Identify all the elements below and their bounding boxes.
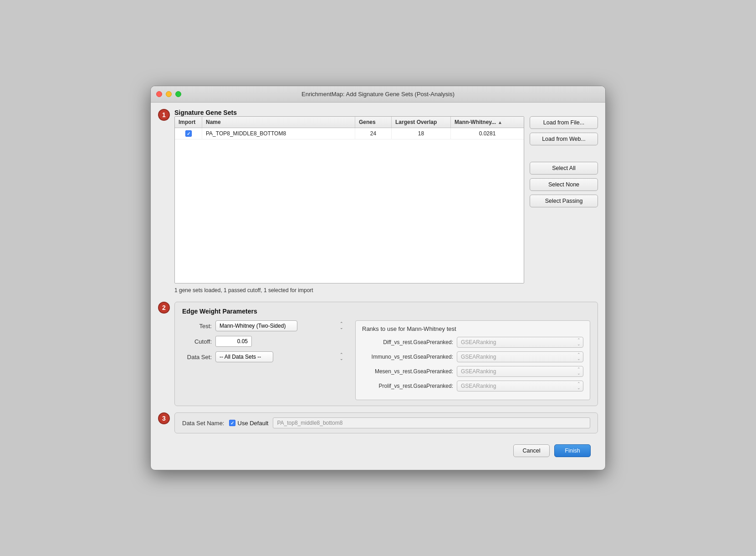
table-row: PA_TOP8_MIDDLE8_BOTTOM8 24 18 0.0281	[175, 128, 524, 139]
row-mw-cell: 0.0281	[451, 128, 524, 139]
step1-circle: 1	[158, 109, 170, 121]
cutoff-label: Cutoff:	[182, 338, 212, 345]
window-title: EnrichmentMap: Add Signature Gene Sets (…	[301, 91, 455, 98]
rank-select-wrapper-1: GSEARanking	[457, 351, 583, 362]
section1-title: Signature Gene Sets	[174, 109, 598, 116]
row-overlap-cell: 18	[392, 128, 451, 139]
section3-content: Data Set Name: Use Default	[174, 412, 598, 439]
status-text: 1 gene sets loaded, 1 passed cutoff, 1 s…	[174, 287, 598, 293]
table-header: Import Name Genes Largest Overlap Mann-W…	[175, 117, 524, 128]
minimize-button[interactable]	[166, 91, 172, 97]
rank-select-wrapper-3: GSEARanking	[457, 381, 583, 391]
maximize-button[interactable]	[175, 91, 181, 97]
table-body: PA_TOP8_MIDDLE8_BOTTOM8 24 18 0.0281	[175, 128, 524, 283]
step3-circle: 3	[158, 412, 170, 424]
titlebar: EnrichmentMap: Add Signature Gene Sets (…	[151, 86, 605, 103]
rank-label-3: Prolif_vs_rest.GseaPreranked:	[362, 383, 453, 389]
edge-left-panel: Test: Mann-Whitney (Two-Sided) Cutoff:	[182, 320, 346, 400]
dataset-row: Data Set: -- All Data Sets --	[182, 351, 346, 362]
rank-row-1: Immuno_vs_rest.GseaPreranked: GSEARankin…	[362, 351, 583, 362]
edge-weight-box: Edge Weight Parameters Test: Mann-Whitne…	[174, 302, 598, 406]
section1-row: 1 Signature Gene Sets Import Name Genes …	[158, 109, 598, 300]
test-label: Test:	[182, 323, 212, 329]
section2-row: 2 Edge Weight Parameters Test: Mann-Whit…	[158, 302, 598, 411]
dataset-name-section: Data Set Name: Use Default	[174, 412, 598, 433]
select-passing-button[interactable]: Select Passing	[530, 195, 598, 207]
use-default-checkbox[interactable]	[229, 420, 235, 426]
test-row: Test: Mann-Whitney (Two-Sided)	[182, 320, 346, 331]
cutoff-row: Cutoff:	[182, 336, 346, 347]
rank-select-2[interactable]: GSEARanking	[457, 366, 583, 377]
table-action-buttons: Load from File... Load from Web... Selec…	[530, 116, 598, 207]
col-genes: Genes	[355, 117, 392, 128]
rank-select-wrapper-0: GSEARanking	[457, 337, 583, 348]
row-name-cell: PA_TOP8_MIDDLE8_BOTTOM8	[202, 128, 355, 139]
rank-row-3: Prolif_vs_rest.GseaPreranked: GSEARankin…	[362, 381, 583, 391]
dataset-name-input[interactable]	[273, 417, 590, 428]
rank-select-1[interactable]: GSEARanking	[457, 351, 583, 362]
dataset-select-wrapper: -- All Data Sets --	[215, 351, 346, 362]
load-from-file-button[interactable]: Load from File...	[530, 116, 598, 129]
col-mann-whitney: Mann-Whitney... ▲	[451, 117, 524, 128]
cutoff-input[interactable]	[215, 336, 252, 347]
rank-row-0: Diff_vs_rest.GseaPreranked: GSEARanking	[362, 337, 583, 348]
rank-row-2: Mesen_vs_rest.GseaPreranked: GSEARanking	[362, 366, 583, 377]
content-area: 1 Signature Gene Sets Import Name Genes …	[151, 103, 605, 470]
section2-content: Edge Weight Parameters Test: Mann-Whitne…	[174, 302, 598, 411]
row-import-checkbox[interactable]	[185, 130, 192, 137]
select-none-button[interactable]: Select None	[530, 178, 598, 191]
col-import: Import	[175, 117, 202, 128]
col-name: Name	[202, 117, 355, 128]
sort-arrow-icon: ▲	[498, 120, 502, 125]
gene-sets-layout: Import Name Genes Largest Overlap Mann-W…	[174, 116, 598, 283]
dataset-select[interactable]: -- All Data Sets --	[215, 351, 273, 362]
row-import-cell	[175, 128, 202, 139]
ranks-title: Ranks to use for Mann-Whitney test	[362, 325, 583, 332]
section1-content: Signature Gene Sets Import Name Genes La…	[174, 109, 598, 300]
gene-sets-table: Import Name Genes Largest Overlap Mann-W…	[174, 116, 524, 283]
main-window: EnrichmentMap: Add Signature Gene Sets (…	[150, 86, 606, 470]
dataset-label: Data Set:	[182, 354, 212, 360]
rank-select-0[interactable]: GSEARanking	[457, 337, 583, 348]
rank-select-wrapper-2: GSEARanking	[457, 366, 583, 377]
cancel-button[interactable]: Cancel	[513, 444, 550, 457]
rank-label-0: Diff_vs_rest.GseaPreranked:	[362, 339, 453, 345]
load-from-web-button[interactable]: Load from Web...	[530, 133, 598, 145]
close-button[interactable]	[156, 91, 162, 97]
select-all-button[interactable]: Select All	[530, 162, 598, 175]
dataset-name-label: Data Set Name:	[182, 420, 225, 427]
ranks-panel: Ranks to use for Mann-Whitney test Diff_…	[355, 320, 590, 400]
edge-layout: Test: Mann-Whitney (Two-Sided) Cutoff:	[182, 320, 590, 400]
use-default-text: Use Default	[238, 420, 269, 427]
use-default-label[interactable]: Use Default	[229, 420, 269, 427]
traffic-lights	[156, 91, 181, 97]
rank-label-2: Mesen_vs_rest.GseaPreranked:	[362, 368, 453, 375]
section3-row: 3 Data Set Name: Use Default	[158, 412, 598, 439]
rank-label-1: Immuno_vs_rest.GseaPreranked:	[362, 354, 453, 360]
col-largest-overlap: Largest Overlap	[392, 117, 451, 128]
section2-title: Edge Weight Parameters	[182, 308, 590, 315]
rank-select-3[interactable]: GSEARanking	[457, 381, 583, 391]
finish-button[interactable]: Finish	[554, 444, 591, 457]
test-select[interactable]: Mann-Whitney (Two-Sided)	[215, 320, 297, 331]
row-genes-cell: 24	[355, 128, 392, 139]
step2-circle: 2	[158, 302, 170, 314]
test-select-wrapper: Mann-Whitney (Two-Sided)	[215, 320, 346, 331]
footer: Cancel Finish	[158, 441, 598, 463]
